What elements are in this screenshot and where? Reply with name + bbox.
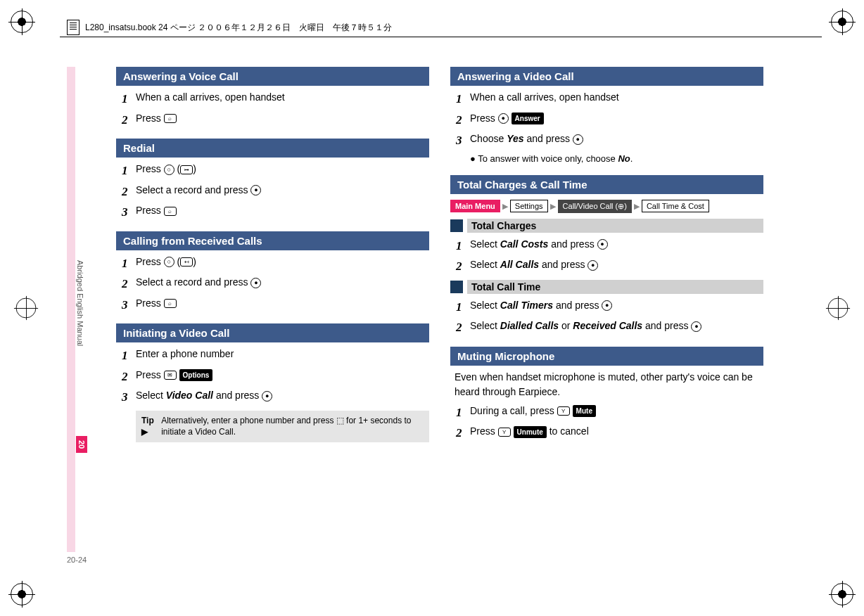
right-column: Answering a Video Call 1When a call arri… (450, 67, 763, 447)
step-text: Enter a phone number (136, 347, 429, 365)
right-arrow-icon: ↦ (180, 165, 193, 174)
step-text: When a call arrives, open handset (136, 90, 429, 108)
step-text: Press ○ (↤) (136, 255, 429, 273)
step-text: Press ● Answer (470, 111, 763, 129)
center-key-icon: ● (602, 300, 612, 311)
nav-key-icon: ○ (164, 257, 174, 267)
section-initiating-video: Initiating a Video Call (116, 323, 429, 342)
step-number: 2 (122, 183, 136, 201)
left-arrow-icon: ↤ (180, 257, 193, 267)
step-text: When a call arrives, open handset (470, 90, 763, 108)
left-column: Answering a Voice Call 1When a call arri… (116, 67, 429, 447)
step-text: During a call, press Y Mute (470, 404, 763, 422)
step-number: 1 (122, 90, 136, 108)
nav-call-time-cost: Call Time & Cost (642, 200, 709, 212)
chevron-right-icon: ▶ (502, 202, 508, 211)
step-number: 1 (456, 298, 470, 316)
step-number: 3 (122, 296, 136, 314)
chevron-right-icon: ▶ (550, 202, 556, 211)
step-text: Press ○ (↦) (136, 162, 429, 180)
header-rule (60, 37, 822, 37)
section-redial: Redial (116, 139, 429, 158)
tip-label: Tip ▶ (141, 415, 158, 439)
registration-mark-tl (8, 8, 35, 35)
page-content: Answering a Voice Call 1When a call arri… (116, 67, 809, 447)
side-page-tab: 20 (76, 436, 87, 453)
call-key-icon: ⌕ (164, 207, 177, 216)
call-key-icon: ⌕ (164, 299, 177, 308)
step-text: Select Call Timers and press ● (470, 298, 763, 316)
yahoo-key-icon: Y (557, 406, 570, 416)
registration-mark-mr (826, 296, 850, 320)
center-key-icon: ● (691, 321, 701, 332)
nav-settings: Settings (510, 200, 548, 212)
step-text: Press ✉ Options (136, 368, 429, 386)
step-number: 1 (122, 255, 136, 273)
registration-mark-br (829, 581, 856, 608)
filename-text: L280_insatsu.book 24 ページ ２００６年１２月２６日 火曜日… (85, 22, 392, 34)
document-icon (67, 20, 80, 35)
side-manual-label: Abridged English Manual (76, 260, 84, 346)
tip-text: Alternatively, enter a phone number and … (161, 415, 424, 439)
center-key-icon: ● (262, 391, 272, 402)
menu-path: Main Menu▶ Settings▶ Call/Video Call (⊕)… (450, 200, 763, 213)
step-text: Press ⌕ (136, 111, 429, 129)
step-number: 2 (456, 319, 470, 337)
step-text: Press ⌕ (136, 203, 429, 222)
step-number: 3 (122, 203, 136, 222)
step-text: Select a record and press ● (136, 183, 429, 201)
center-key-icon: ● (587, 260, 598, 271)
mail-key-icon: ✉ (164, 371, 177, 380)
step-number: 3 (122, 388, 136, 406)
step-number: 3 (456, 131, 470, 150)
step-number: 2 (456, 424, 470, 442)
registration-mark-tr (829, 8, 856, 35)
section-charges-time: Total Charges & Call Time (450, 175, 763, 194)
step-text: Select All Calls and press ● (470, 257, 763, 276)
step-number: 2 (122, 368, 136, 386)
center-key-icon: ● (573, 134, 583, 145)
center-key-icon: ● (250, 278, 261, 288)
step-number: 1 (456, 90, 470, 108)
section-answering-video: Answering a Video Call (450, 67, 763, 86)
step-number: 1 (122, 162, 136, 180)
step-text: Press Y Unmute to cancel (470, 424, 763, 442)
step-number: 1 (456, 237, 470, 255)
print-header: L280_insatsu.book 24 ページ ２００６年１２月２６日 火曜日… (67, 20, 392, 35)
step-text: Select Call Costs and press ● (470, 237, 763, 255)
yahoo-key-icon: Y (498, 428, 511, 437)
section-received-calls: Calling from Received Calls (116, 231, 429, 250)
center-key-icon: ● (250, 185, 261, 195)
pink-margin-strip (67, 67, 75, 552)
soft-key-options: Options (179, 369, 213, 381)
step-number: 2 (456, 257, 470, 276)
step-text: Press ⌕ (136, 296, 429, 314)
call-key-icon: ⌕ (164, 114, 177, 123)
registration-mark-bl (8, 581, 35, 608)
step-number: 1 (122, 347, 136, 365)
nav-call-video: Call/Video Call (⊕) (558, 200, 632, 213)
step-number: 2 (122, 111, 136, 129)
section-muting: Muting Microphone (450, 347, 763, 366)
section-answering-voice: Answering a Voice Call (116, 67, 429, 86)
sub-section-total-charges: Total Charges (450, 219, 763, 233)
page-number: 20-24 (67, 556, 87, 564)
step-text: Select Video Call and press ● (136, 388, 429, 406)
soft-key-unmute: Unmute (514, 426, 547, 438)
registration-mark-ml (14, 296, 38, 320)
soft-key-answer: Answer (512, 113, 544, 124)
sub-section-total-call-time: Total Call Time (450, 280, 763, 294)
tip-box: Tip ▶ Alternatively, enter a phone numbe… (136, 411, 429, 443)
step-number: 1 (456, 404, 470, 422)
nav-main-menu: Main Menu (450, 200, 500, 212)
step-number: 2 (122, 275, 136, 293)
bullet-note: ● To answer with voice only, choose No. (470, 153, 763, 165)
step-text: Select a record and press ● (136, 275, 429, 293)
intro-text: Even when handset microphone is muted, o… (455, 370, 763, 399)
center-key-icon: ● (597, 239, 608, 250)
soft-key-mute: Mute (573, 405, 596, 417)
chevron-right-icon: ▶ (634, 202, 640, 211)
center-key-icon: ● (498, 113, 509, 124)
nav-key-icon: ○ (164, 165, 174, 175)
step-text: Select Dialled Calls or Received Calls a… (470, 319, 763, 337)
